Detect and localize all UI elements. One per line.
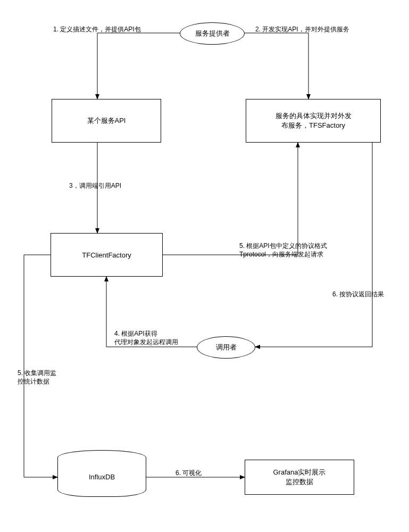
grafana-node: Grafana实时展示 监控数据 — [245, 460, 354, 495]
edge2-label: 2. 开发实现API，并对外提供服务 — [255, 26, 349, 34]
edge6a-label: 6. 按协议返回结果 — [332, 290, 384, 299]
edge4-label: 4. 根据API获得 代理对象发起远程调用 — [114, 330, 189, 346]
caller-label: 调用者 — [216, 343, 237, 352]
influxdb-node: InfluxDB — [57, 458, 146, 497]
influxdb-label: InfluxDB — [89, 473, 115, 481]
provider-label: 服务提供者 — [195, 29, 230, 38]
edge5b-label: 5. 收集调用监 控统计数据 — [18, 369, 71, 386]
api-label: 某个服务API — [87, 116, 126, 126]
api-node: 某个服务API — [52, 99, 161, 143]
impl-node: 服务的具体实现并对外发 布服务，TFSFactory — [246, 99, 381, 143]
edge3-label: 3，调用端引用API — [69, 182, 121, 190]
caller-node: 调用者 — [197, 336, 255, 359]
edge1-label: 1. 定义描述文件，并提供API包 — [53, 26, 141, 34]
provider-node: 服务提供者 — [180, 22, 245, 45]
client-label: TFClientFactory — [82, 251, 131, 259]
grafana-label: Grafana实时展示 监控数据 — [273, 468, 326, 487]
impl-label: 服务的具体实现并对外发 布服务，TFSFactory — [276, 111, 352, 130]
edge5a-label: 5. 根据API包中定义的协议格式 Tprotocol，向服务端发起请求 — [239, 242, 356, 259]
client-node: TFClientFactory — [51, 233, 163, 277]
edge6b-label: 6. 可视化 — [176, 469, 202, 478]
